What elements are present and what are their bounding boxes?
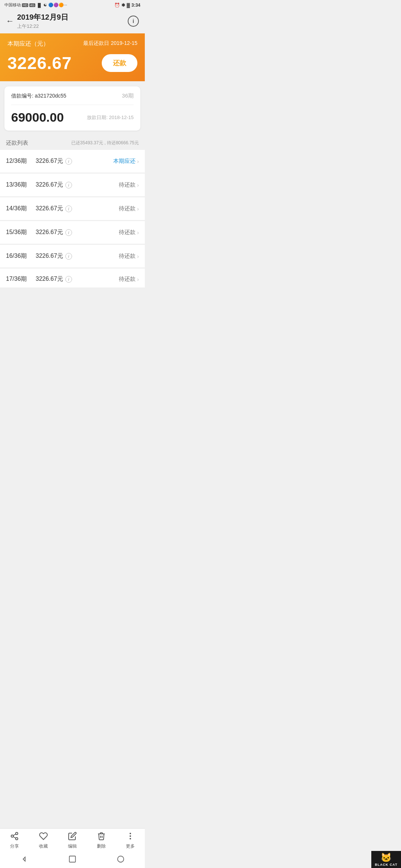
info-icon-2[interactable]: i xyxy=(65,182,72,188)
loan-amount-row: 69000.00 放款日期: 2018-12-15 xyxy=(11,105,134,125)
info-icon-1[interactable]: i xyxy=(65,158,72,165)
chevron-2: › xyxy=(137,182,139,188)
list-summary: 已还35493.37元 , 待还80666.75元 xyxy=(71,140,139,146)
page-title: 2019年12月9日 xyxy=(17,12,128,22)
item-status-6: 待还款 xyxy=(119,276,136,283)
item-amount-wrap-2: 3226.67元 i xyxy=(36,181,119,189)
list-title: 还款列表 xyxy=(6,139,28,147)
item-status-wrap-6: 待还款 › xyxy=(119,276,139,283)
info-icon-6[interactable]: i xyxy=(65,276,72,283)
item-period-2: 13/36期 xyxy=(6,181,36,189)
item-amount-wrap-3: 3226.67元 i xyxy=(36,205,119,213)
item-amount-5: 3226.67元 xyxy=(36,252,63,260)
item-period-6: 17/36期 xyxy=(6,275,36,283)
item-status-1: 本期应还 xyxy=(113,158,136,165)
item-period-3: 14/36期 xyxy=(6,205,36,213)
repay-button[interactable]: 还款 xyxy=(102,54,137,72)
item-status-wrap-3: 待还款 › xyxy=(119,205,139,212)
time-display: 3:34 xyxy=(131,3,140,8)
loan-number-value: a321720dc55 xyxy=(35,93,66,99)
banner-due-date: 最后还款日 2019-12-15 xyxy=(83,40,137,47)
chevron-1: › xyxy=(137,158,139,164)
chevron-3: › xyxy=(137,206,139,212)
list-header: 还款列表 已还35493.37元 , 待还80666.75元 xyxy=(0,136,145,149)
chevron-5: › xyxy=(137,253,139,259)
item-amount-wrap-6: 3226.67元 i xyxy=(36,275,119,283)
info-icon-3[interactable]: i xyxy=(65,206,72,212)
item-status-5: 待还款 xyxy=(119,253,136,260)
banner-bottom: 3226.67 还款 xyxy=(7,53,137,73)
item-status-3: 待还款 xyxy=(119,205,136,212)
extra-icons: 🔵🟣🟠··· xyxy=(48,3,67,7)
item-status-wrap-1: 本期应还 › xyxy=(113,158,139,165)
item-period-5: 16/36期 xyxy=(6,252,36,260)
carrier-label: 中国移动 xyxy=(4,2,21,8)
chevron-4: › xyxy=(137,230,139,236)
item-status-2: 待还款 xyxy=(119,181,136,188)
loan-periods: 36期 xyxy=(122,92,134,99)
loan-number-row: 借款编号: a321720dc55 36期 xyxy=(11,92,134,105)
item-amount-3: 3226.67元 xyxy=(36,205,63,213)
loan-number-label: 借款编号: a321720dc55 xyxy=(11,93,66,99)
banner-top: 本期应还（元） 最后还款日 2019-12-15 xyxy=(7,40,137,48)
item-amount-4: 3226.67元 xyxy=(36,228,63,236)
repayment-item-6-partial[interactable]: 17/36期 3226.67元 i 待还款 › xyxy=(0,268,145,287)
header: ← 2019年12月9日 上午12:22 i xyxy=(0,9,145,33)
loan-card: 借款编号: a321720dc55 36期 69000.00 放款日期: 201… xyxy=(4,86,140,131)
item-status-wrap-4: 待还款 › xyxy=(119,229,139,236)
item-amount-1: 3226.67元 xyxy=(36,157,63,165)
alarm-icon: ⏰ xyxy=(114,3,120,8)
item-amount-wrap-1: 3226.67元 i xyxy=(36,157,113,165)
loan-date: 放款日期: 2018-12-15 xyxy=(87,114,134,121)
item-period-1: 12/36期 xyxy=(6,157,36,165)
status-right: ⏰ ✱ ▓ 3:34 xyxy=(114,3,140,8)
item-period-4: 15/36期 xyxy=(6,228,36,236)
info-icon-4[interactable]: i xyxy=(65,229,72,236)
bluetooth-icon: ✱ xyxy=(121,3,125,8)
item-status-4: 待还款 xyxy=(119,229,136,236)
item-amount-wrap-4: 3226.67元 i xyxy=(36,228,119,236)
info-icon-5[interactable]: i xyxy=(65,253,72,260)
banner-amount: 3226.67 xyxy=(7,53,72,73)
repayment-item-3[interactable]: 14/36期 3226.67元 i 待还款 › xyxy=(0,197,145,220)
status-left: 中国移动 HD 4G ▐▌ ☯ 🔵🟣🟠··· xyxy=(4,2,67,8)
item-amount-wrap-5: 3226.67元 i xyxy=(36,252,119,260)
loan-amount: 69000.00 xyxy=(11,110,64,125)
battery-icon: ▓ xyxy=(127,3,130,8)
item-amount-2: 3226.67元 xyxy=(36,181,63,189)
repayment-list: 12/36期 3226.67元 i 本期应还 › 13/36期 3226.67元… xyxy=(0,149,145,287)
item-status-wrap-5: 待还款 › xyxy=(119,253,139,260)
repayment-item-4[interactable]: 15/36期 3226.67元 i 待还款 › xyxy=(0,221,145,244)
hd-badge: HD xyxy=(22,3,28,7)
item-amount-6: 3226.67元 xyxy=(36,275,63,283)
repayment-item-5[interactable]: 16/36期 3226.67元 i 待还款 › xyxy=(0,244,145,267)
signal-icon: ▐▌ xyxy=(36,3,42,7)
back-button[interactable]: ← xyxy=(6,17,14,25)
item-status-wrap-2: 待还款 › xyxy=(119,181,139,188)
repayment-item-1[interactable]: 12/36期 3226.67元 i 本期应还 › xyxy=(0,149,145,172)
chevron-6: › xyxy=(137,276,139,282)
orange-banner: 本期应还（元） 最后还款日 2019-12-15 3226.67 还款 xyxy=(0,33,145,81)
page-subtitle: 上午12:22 xyxy=(17,23,128,30)
wifi-icon: ☯ xyxy=(43,3,47,7)
header-center: 2019年12月9日 上午12:22 xyxy=(17,12,128,30)
banner-label: 本期应还（元） xyxy=(7,40,49,48)
repayment-item-2[interactable]: 13/36期 3226.67元 i 待还款 › xyxy=(0,173,145,196)
info-button[interactable]: i xyxy=(128,16,139,27)
status-bar: 中国移动 HD 4G ▐▌ ☯ 🔵🟣🟠··· ⏰ ✱ ▓ 3:34 xyxy=(0,0,145,9)
network-badge: 4G xyxy=(29,3,35,7)
